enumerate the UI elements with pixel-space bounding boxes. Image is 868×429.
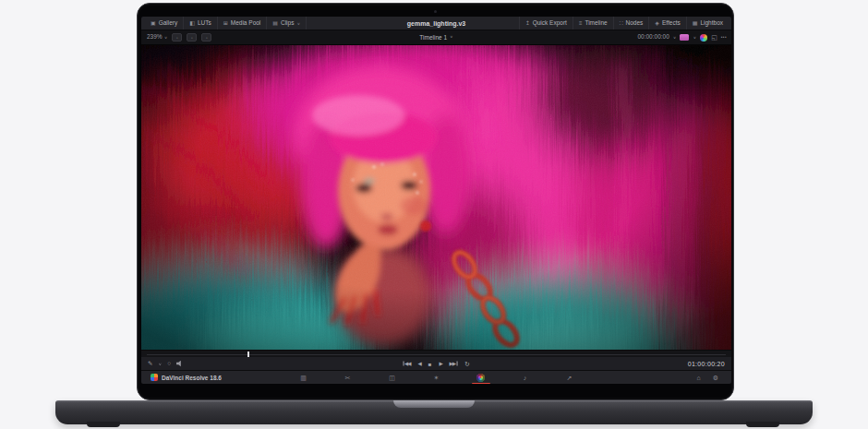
chevron-down-icon: ∨	[673, 36, 677, 40]
viewer-bar-left: 239% ∨ ▫ ▫ ▫	[141, 33, 211, 42]
luts-button[interactable]: ◧ LUTs	[184, 17, 217, 30]
luts-label: LUTs	[198, 20, 211, 27]
annotate-pen-icon[interactable]: ✎	[148, 361, 152, 367]
app-bar: DaVinci Resolve 18.6 ▥ ✂ ◫ ✶ ♪ ↗ ⌂ ⚙	[141, 370, 731, 384]
gallery-icon: ▣	[151, 20, 156, 26]
home-icon[interactable]: ⌂	[696, 375, 700, 381]
quick-export-icon: ↥	[525, 20, 530, 26]
transport-left-tools: ✎ ∨ ○	[141, 361, 183, 367]
transport-controls: ◀◀ ◀ ■ ▶ ▶▶ ↻	[403, 361, 470, 367]
nodes-icon: ∷	[620, 20, 623, 26]
effects-label: Effects	[662, 20, 681, 27]
clip-color-swatch[interactable]	[680, 34, 689, 41]
chevron-down-icon: ∨	[164, 36, 168, 40]
chevron-down-icon: ∨	[296, 21, 300, 25]
clips-button[interactable]: ▤ Clips ∨	[267, 17, 307, 30]
gallery-label: Gallery	[159, 20, 178, 27]
page-tab-cut[interactable]: ✂	[343, 372, 354, 383]
page-tab-fairlight[interactable]: ♪	[520, 372, 531, 383]
page-tab-media[interactable]: ▥	[298, 372, 309, 383]
timeline-timecode[interactable]: 01:00:00:20	[688, 361, 731, 367]
clips-icon: ▤	[272, 20, 278, 26]
chevron-down-icon[interactable]: ∨	[158, 362, 162, 365]
gallery-button[interactable]: ▣ Gallery	[145, 17, 184, 30]
timeline-selector[interactable]: Timeline 1 ∨	[419, 34, 452, 41]
viewer-image	[141, 45, 731, 350]
davinci-resolve-logo	[151, 374, 158, 381]
viewer-toggle-highlight[interactable]: ▫	[201, 33, 211, 42]
expand-viewer-icon[interactable]: ◱	[711, 34, 717, 41]
deliver-page-icon: ↗	[567, 375, 573, 381]
lightbox-button[interactable]: ▦ Lightbox	[686, 17, 729, 30]
stop-button[interactable]: ■	[428, 361, 432, 366]
viewer-zoom-value: 239%	[147, 34, 163, 41]
effects-icon: ◈	[655, 20, 659, 26]
edit-page-icon: ◫	[389, 375, 395, 381]
play-reverse-button[interactable]: ◀	[418, 361, 421, 366]
macbook-marketing-shot: ▣ Gallery ◧ LUTs ⊞ Media Pool ▤ Clips	[0, 0, 868, 429]
viewer-toggle-wipe[interactable]: ▫	[172, 33, 182, 42]
color-page-icon	[476, 374, 485, 382]
fusion-page-icon: ✶	[434, 375, 440, 381]
lightbox-icon: ▦	[693, 20, 698, 26]
chevron-down-icon: ∨	[693, 36, 696, 40]
loop-button[interactable]: ↻	[464, 361, 470, 367]
viewer-scrubber[interactable]	[141, 350, 731, 357]
fairlight-page-icon: ♪	[524, 375, 527, 381]
media-page-icon: ▥	[300, 375, 307, 381]
page-tabs: ▥ ✂ ◫ ✶ ♪ ↗	[298, 372, 575, 383]
media-pool-label: Media Pool	[231, 20, 261, 27]
page-tab-color[interactable]	[476, 372, 487, 383]
clips-label: Clips	[281, 20, 294, 27]
app-bar-right: ⌂ ⚙	[696, 375, 731, 381]
effects-button[interactable]: ◈ Effects	[648, 17, 685, 30]
transport-bar: ✎ ∨ ○ ◀◀ ◀ ■ ▶ ▶▶ ↻ 01:00:00:20	[141, 357, 731, 370]
app-branding: DaVinci Resolve 18.6	[141, 374, 222, 381]
timeline-label: Timeline	[585, 20, 607, 27]
viewer-bar: 239% ∨ ▫ ▫ ▫ Timeline 1 ∨ 00:00:00:00 ∨ …	[141, 30, 731, 45]
cut-page-icon: ✂	[345, 375, 351, 381]
page-tab-fusion[interactable]: ✶	[431, 372, 442, 383]
laptop-base	[55, 400, 813, 424]
skip-to-start-button[interactable]: ◀◀	[403, 361, 410, 366]
nodes-button[interactable]: ∷ Nodes	[613, 17, 649, 30]
top-toolbar: ▣ Gallery ◧ LUTs ⊞ Media Pool ▤ Clips	[141, 17, 731, 30]
lightbox-label: Lightbox	[700, 20, 723, 27]
chevron-down-icon: ∨	[450, 36, 453, 40]
davinci-resolve-window: ▣ Gallery ◧ LUTs ⊞ Media Pool ▤ Clips	[141, 17, 731, 384]
luts-icon: ◧	[189, 20, 195, 26]
laptop-screen: ▣ Gallery ◧ LUTs ⊞ Media Pool ▤ Clips	[137, 3, 734, 400]
page-tab-edit[interactable]: ◫	[387, 372, 398, 383]
viewer-zoom-dropdown[interactable]: 239% ∨	[147, 34, 167, 41]
rubber-foot-left	[87, 422, 120, 427]
page-tab-deliver[interactable]: ↗	[564, 372, 575, 383]
nodes-label: Nodes	[626, 20, 644, 27]
source-timecode[interactable]: 00:00:00:00	[637, 34, 669, 41]
app-name: DaVinci Resolve 18.6	[162, 375, 222, 381]
viewer[interactable]	[141, 45, 731, 350]
viewer-bar-right: 00:00:00:00 ∨ ∨ ◱ •••	[637, 34, 731, 42]
timeline-name: Timeline 1	[419, 34, 447, 41]
toolbar-right-group: ↥ Quick Export ≡ Timeline ∷ Nodes ◈ Effe…	[519, 17, 731, 30]
quick-export-button[interactable]: ↥ Quick Export	[519, 17, 573, 30]
viewer-options-menu[interactable]: •••	[721, 35, 727, 40]
rubber-foot-right	[746, 422, 779, 427]
bypass-icon[interactable]: ○	[167, 361, 171, 367]
skip-to-end-button[interactable]: ▶▶	[450, 361, 457, 366]
speaker-icon[interactable]	[176, 361, 183, 367]
viewer-toggle-split[interactable]: ▫	[187, 33, 197, 42]
quick-export-label: Quick Export	[533, 20, 567, 27]
scrubber-groove	[147, 354, 726, 355]
gear-icon[interactable]: ⚙	[713, 375, 718, 381]
timeline-icon: ≡	[579, 20, 583, 26]
webcam-icon	[434, 10, 437, 13]
toolbar-left-group: ▣ Gallery ◧ LUTs ⊞ Media Pool ▤ Clips	[141, 17, 307, 30]
play-button[interactable]: ▶	[439, 361, 441, 366]
lid-opening-scoop	[393, 400, 475, 408]
media-pool-icon: ⊞	[223, 20, 228, 26]
media-pool-button[interactable]: ⊞ Media Pool	[218, 17, 268, 30]
color-wheel-icon[interactable]	[700, 34, 707, 42]
project-title: gemma_lighting.v3	[407, 20, 465, 27]
timeline-button[interactable]: ≡ Timeline	[573, 17, 613, 30]
